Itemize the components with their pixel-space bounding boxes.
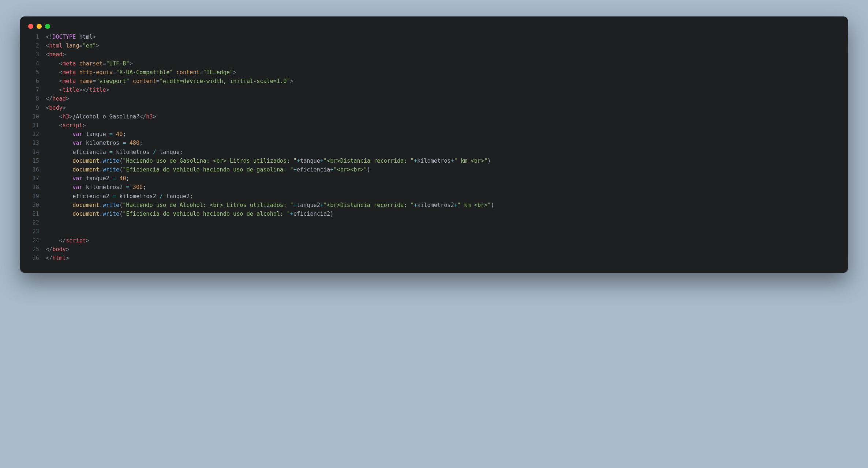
code-line[interactable]: 25</body> [20, 245, 841, 254]
line-content[interactable]: var kilometros2 = 300; [46, 183, 841, 192]
line-content[interactable]: eficiencia = kilometros / tanque; [46, 148, 841, 156]
line-number: 14 [20, 148, 46, 156]
line-content[interactable]: </script> [46, 236, 841, 245]
line-content[interactable]: document.write("Eficiencia de vehículo h… [46, 210, 841, 218]
line-number: 24 [20, 236, 46, 245]
code-line[interactable]: 7 <title></title> [20, 86, 841, 94]
line-number: 11 [20, 121, 46, 130]
code-line[interactable]: 15 document.write("Haciendo uso de Gasol… [20, 156, 841, 165]
line-number: 19 [20, 192, 46, 201]
code-line[interactable]: 26</html> [20, 254, 841, 263]
line-content[interactable]: document.write("Haciendo uso de Gasolina… [46, 156, 841, 165]
code-line[interactable]: 16 document.write("Eficiencia de vehícul… [20, 165, 841, 174]
line-number: 3 [20, 50, 46, 59]
line-content[interactable]: document.write("Haciendo uso de Alcohol:… [46, 201, 841, 210]
code-line[interactable]: 10 <h3>¿Alcohol o Gasolina?</h3> [20, 112, 841, 121]
code-line[interactable]: 22 [20, 218, 841, 227]
line-number: 16 [20, 165, 46, 174]
code-line[interactable]: 3<head> [20, 50, 841, 59]
code-line[interactable]: 18 var kilometros2 = 300; [20, 183, 841, 192]
line-number: 13 [20, 139, 46, 147]
minimize-icon[interactable] [37, 24, 42, 29]
close-icon[interactable] [28, 24, 33, 29]
line-number: 17 [20, 174, 46, 183]
line-content[interactable] [46, 218, 841, 227]
line-number: 5 [20, 68, 46, 77]
line-number: 12 [20, 130, 46, 139]
code-line[interactable]: 12 var tanque = 40; [20, 130, 841, 139]
line-content[interactable]: <title></title> [46, 86, 841, 94]
line-content[interactable]: eficiencia2 = kilometros2 / tanque2; [46, 192, 841, 201]
line-number: 1 [20, 33, 46, 41]
code-line[interactable]: 11 <script> [20, 121, 841, 130]
line-content[interactable]: <html lang="en"> [46, 41, 841, 50]
code-line[interactable]: 17 var tanque2 = 40; [20, 174, 841, 183]
code-line[interactable]: 19 eficiencia2 = kilometros2 / tanque2; [20, 192, 841, 201]
code-line[interactable]: 23 [20, 227, 841, 236]
line-content[interactable]: var kilometros = 480; [46, 139, 841, 147]
code-line[interactable]: 13 var kilometros = 480; [20, 139, 841, 147]
code-line[interactable]: 20 document.write("Haciendo uso de Alcoh… [20, 201, 841, 210]
line-number: 25 [20, 245, 46, 254]
code-line[interactable]: 6 <meta name="viewport" content="width=d… [20, 77, 841, 86]
line-content[interactable]: <script> [46, 121, 841, 130]
line-number: 2 [20, 41, 46, 50]
line-number: 10 [20, 112, 46, 121]
zoom-icon[interactable] [45, 24, 50, 29]
code-area[interactable]: 1<!DOCTYPE html>2<html lang="en">3<head>… [20, 31, 848, 263]
code-line[interactable]: 24 </script> [20, 236, 841, 245]
line-content[interactable]: <meta http-equiv="X-UA-Compatible" conte… [46, 68, 841, 77]
line-content[interactable]: <meta name="viewport" content="width=dev… [46, 77, 841, 86]
line-content[interactable]: </head> [46, 94, 841, 103]
window-controls [20, 16, 848, 31]
line-number: 7 [20, 86, 46, 94]
code-line[interactable]: 21 document.write("Eficiencia de vehícul… [20, 210, 841, 218]
line-content[interactable]: </body> [46, 245, 841, 254]
editor-window: 1<!DOCTYPE html>2<html lang="en">3<head>… [20, 16, 848, 273]
line-number: 22 [20, 218, 46, 227]
line-number: 9 [20, 103, 46, 112]
line-number: 26 [20, 254, 46, 263]
line-number: 15 [20, 156, 46, 165]
code-line[interactable]: 8</head> [20, 94, 841, 103]
line-content[interactable]: <h3>¿Alcohol o Gasolina?</h3> [46, 112, 841, 121]
line-content[interactable] [46, 227, 841, 236]
line-content[interactable]: <!DOCTYPE html> [46, 33, 841, 41]
code-line[interactable]: 2<html lang="en"> [20, 41, 841, 50]
line-number: 18 [20, 183, 46, 192]
line-content[interactable]: var tanque = 40; [46, 130, 841, 139]
line-content[interactable]: <head> [46, 50, 841, 59]
line-content[interactable]: document.write("Eficiencia de vehículo h… [46, 165, 841, 174]
code-line[interactable]: 5 <meta http-equiv="X-UA-Compatible" con… [20, 68, 841, 77]
line-number: 6 [20, 77, 46, 86]
line-content[interactable]: <body> [46, 103, 841, 112]
line-content[interactable]: <meta charset="UTF-8"> [46, 59, 841, 68]
line-content[interactable]: </html> [46, 254, 841, 263]
code-line[interactable]: 14 eficiencia = kilometros / tanque; [20, 148, 841, 156]
line-number: 4 [20, 59, 46, 68]
line-number: 23 [20, 227, 46, 236]
line-content[interactable]: var tanque2 = 40; [46, 174, 841, 183]
line-number: 21 [20, 210, 46, 218]
code-line[interactable]: 1<!DOCTYPE html> [20, 33, 841, 41]
line-number: 20 [20, 201, 46, 210]
code-line[interactable]: 4 <meta charset="UTF-8"> [20, 59, 841, 68]
code-line[interactable]: 9<body> [20, 103, 841, 112]
line-number: 8 [20, 94, 46, 103]
